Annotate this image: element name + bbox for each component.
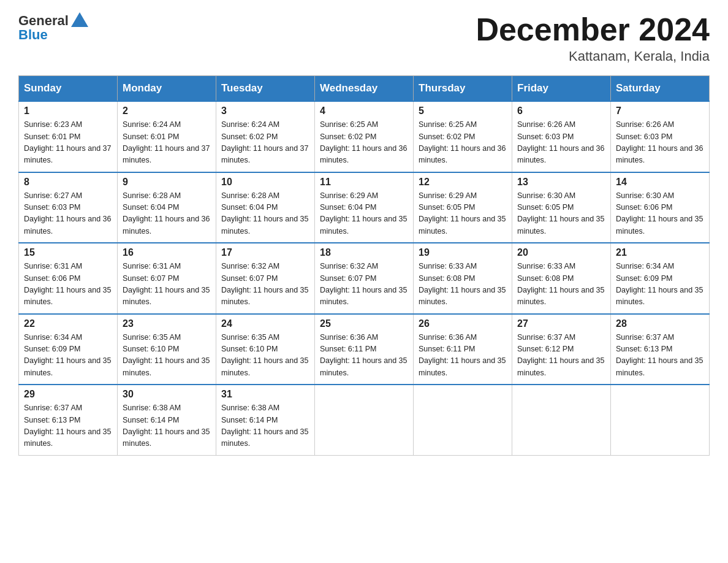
day-number: 21	[616, 247, 704, 258]
calendar-cell: 4 Sunrise: 6:25 AM Sunset: 6:02 PM Dayli…	[315, 101, 414, 172]
day-number: 11	[320, 177, 408, 188]
calendar-cell: 28 Sunrise: 6:37 AM Sunset: 6:13 PM Dayl…	[611, 314, 710, 385]
day-number: 16	[123, 247, 211, 258]
calendar-cell: 27 Sunrise: 6:37 AM Sunset: 6:12 PM Dayl…	[512, 314, 611, 385]
day-info: Sunrise: 6:32 AM Sunset: 6:07 PM Dayligh…	[221, 261, 309, 308]
day-info: Sunrise: 6:27 AM Sunset: 6:03 PM Dayligh…	[24, 190, 112, 238]
day-info: Sunrise: 6:25 AM Sunset: 6:02 PM Dayligh…	[320, 119, 408, 167]
day-number: 30	[123, 389, 211, 400]
day-info: Sunrise: 6:29 AM Sunset: 6:05 PM Dayligh…	[419, 190, 507, 238]
calendar-cell: 30 Sunrise: 6:38 AM Sunset: 6:14 PM Dayl…	[118, 385, 216, 455]
day-info: Sunrise: 6:33 AM Sunset: 6:08 PM Dayligh…	[419, 261, 507, 308]
calendar-cell: 21 Sunrise: 6:34 AM Sunset: 6:09 PM Dayl…	[611, 243, 710, 314]
calendar-cell	[512, 385, 611, 455]
day-info: Sunrise: 6:30 AM Sunset: 6:06 PM Dayligh…	[616, 190, 704, 238]
day-number: 10	[221, 177, 309, 188]
calendar-cell: 12 Sunrise: 6:29 AM Sunset: 6:05 PM Dayl…	[414, 172, 512, 243]
day-info: Sunrise: 6:31 AM Sunset: 6:07 PM Dayligh…	[123, 261, 211, 308]
day-number: 17	[221, 247, 309, 258]
day-info: Sunrise: 6:36 AM Sunset: 6:11 PM Dayligh…	[419, 332, 507, 380]
calendar-cell: 9 Sunrise: 6:28 AM Sunset: 6:04 PM Dayli…	[118, 172, 216, 243]
calendar-cell: 18 Sunrise: 6:32 AM Sunset: 6:07 PM Dayl…	[315, 243, 414, 314]
day-info: Sunrise: 6:31 AM Sunset: 6:06 PM Dayligh…	[24, 261, 112, 308]
calendar-cell	[315, 385, 414, 455]
page-header: General Blue December 2024 Kattanam, Ker…	[18, 12, 710, 64]
day-info: Sunrise: 6:38 AM Sunset: 6:14 PM Dayligh…	[221, 402, 309, 450]
day-info: Sunrise: 6:36 AM Sunset: 6:11 PM Dayligh…	[320, 332, 408, 380]
logo-text: General	[18, 13, 69, 28]
day-number: 27	[517, 318, 605, 329]
day-number: 15	[24, 247, 112, 258]
day-number: 5	[419, 105, 507, 117]
calendar-cell: 17 Sunrise: 6:32 AM Sunset: 6:07 PM Dayl…	[216, 243, 315, 314]
calendar-cell: 2 Sunrise: 6:24 AM Sunset: 6:01 PM Dayli…	[118, 101, 216, 172]
day-info: Sunrise: 6:28 AM Sunset: 6:04 PM Dayligh…	[123, 190, 211, 238]
calendar-cell: 31 Sunrise: 6:38 AM Sunset: 6:14 PM Dayl…	[216, 385, 315, 455]
calendar-cell: 3 Sunrise: 6:24 AM Sunset: 6:02 PM Dayli…	[216, 101, 315, 172]
week-row-1: 1 Sunrise: 6:23 AM Sunset: 6:01 PM Dayli…	[19, 101, 710, 172]
calendar-cell: 22 Sunrise: 6:34 AM Sunset: 6:09 PM Dayl…	[19, 314, 118, 385]
weekday-header-monday: Monday	[118, 76, 216, 102]
day-info: Sunrise: 6:23 AM Sunset: 6:01 PM Dayligh…	[24, 119, 112, 167]
day-info: Sunrise: 6:33 AM Sunset: 6:08 PM Dayligh…	[517, 261, 605, 308]
day-number: 12	[419, 177, 507, 188]
day-number: 20	[517, 247, 605, 258]
day-number: 6	[517, 105, 605, 117]
day-info: Sunrise: 6:34 AM Sunset: 6:09 PM Dayligh…	[24, 332, 112, 380]
day-info: Sunrise: 6:37 AM Sunset: 6:13 PM Dayligh…	[24, 402, 112, 450]
weekday-header-wednesday: Wednesday	[315, 76, 414, 102]
calendar-cell: 11 Sunrise: 6:29 AM Sunset: 6:04 PM Dayl…	[315, 172, 414, 243]
calendar-cell: 7 Sunrise: 6:26 AM Sunset: 6:03 PM Dayli…	[611, 101, 710, 172]
day-info: Sunrise: 6:26 AM Sunset: 6:03 PM Dayligh…	[616, 119, 704, 167]
calendar-cell	[414, 385, 512, 455]
logo-icon	[70, 10, 89, 29]
location: Kattanam, Kerala, India	[476, 48, 710, 64]
day-number: 25	[320, 318, 408, 329]
calendar-cell: 5 Sunrise: 6:25 AM Sunset: 6:02 PM Dayli…	[414, 101, 512, 172]
day-info: Sunrise: 6:34 AM Sunset: 6:09 PM Dayligh…	[616, 261, 704, 308]
weekday-header-saturday: Saturday	[611, 76, 710, 102]
day-info: Sunrise: 6:24 AM Sunset: 6:02 PM Dayligh…	[221, 119, 309, 167]
day-number: 7	[616, 105, 704, 117]
week-row-3: 15 Sunrise: 6:31 AM Sunset: 6:06 PM Dayl…	[19, 243, 710, 314]
calendar-cell: 6 Sunrise: 6:26 AM Sunset: 6:03 PM Dayli…	[512, 101, 611, 172]
day-number: 8	[24, 177, 112, 188]
day-number: 18	[320, 247, 408, 258]
calendar-cell: 1 Sunrise: 6:23 AM Sunset: 6:01 PM Dayli…	[19, 101, 118, 172]
day-info: Sunrise: 6:37 AM Sunset: 6:12 PM Dayligh…	[517, 332, 605, 380]
day-number: 1	[24, 105, 112, 117]
day-number: 24	[221, 318, 309, 329]
week-row-5: 29 Sunrise: 6:37 AM Sunset: 6:13 PM Dayl…	[19, 385, 710, 455]
logo: General Blue	[18, 12, 89, 43]
day-number: 2	[123, 105, 211, 117]
day-number: 28	[616, 318, 704, 329]
day-info: Sunrise: 6:37 AM Sunset: 6:13 PM Dayligh…	[616, 332, 704, 380]
day-info: Sunrise: 6:26 AM Sunset: 6:03 PM Dayligh…	[517, 119, 605, 167]
weekday-header-thursday: Thursday	[414, 76, 512, 102]
day-number: 13	[517, 177, 605, 188]
week-row-4: 22 Sunrise: 6:34 AM Sunset: 6:09 PM Dayl…	[19, 314, 710, 385]
weekday-header-sunday: Sunday	[19, 76, 118, 102]
calendar-cell: 14 Sunrise: 6:30 AM Sunset: 6:06 PM Dayl…	[611, 172, 710, 243]
day-info: Sunrise: 6:35 AM Sunset: 6:10 PM Dayligh…	[123, 332, 211, 380]
day-number: 14	[616, 177, 704, 188]
day-number: 4	[320, 105, 408, 117]
day-info: Sunrise: 6:35 AM Sunset: 6:10 PM Dayligh…	[221, 332, 309, 380]
weekday-header-tuesday: Tuesday	[216, 76, 315, 102]
calendar-cell: 16 Sunrise: 6:31 AM Sunset: 6:07 PM Dayl…	[118, 243, 216, 314]
calendar-cell: 19 Sunrise: 6:33 AM Sunset: 6:08 PM Dayl…	[414, 243, 512, 314]
day-number: 23	[123, 318, 211, 329]
day-number: 19	[419, 247, 507, 258]
calendar-cell: 26 Sunrise: 6:36 AM Sunset: 6:11 PM Dayl…	[414, 314, 512, 385]
day-info: Sunrise: 6:30 AM Sunset: 6:05 PM Dayligh…	[517, 190, 605, 238]
calendar-cell: 20 Sunrise: 6:33 AM Sunset: 6:08 PM Dayl…	[512, 243, 611, 314]
day-number: 26	[419, 318, 507, 329]
calendar-cell: 29 Sunrise: 6:37 AM Sunset: 6:13 PM Dayl…	[19, 385, 118, 455]
week-row-2: 8 Sunrise: 6:27 AM Sunset: 6:03 PM Dayli…	[19, 172, 710, 243]
weekday-header-row: SundayMondayTuesdayWednesdayThursdayFrid…	[19, 76, 710, 102]
day-info: Sunrise: 6:38 AM Sunset: 6:14 PM Dayligh…	[123, 402, 211, 450]
day-number: 3	[221, 105, 309, 117]
calendar-cell: 24 Sunrise: 6:35 AM Sunset: 6:10 PM Dayl…	[216, 314, 315, 385]
day-number: 29	[24, 389, 112, 400]
day-info: Sunrise: 6:32 AM Sunset: 6:07 PM Dayligh…	[320, 261, 408, 308]
